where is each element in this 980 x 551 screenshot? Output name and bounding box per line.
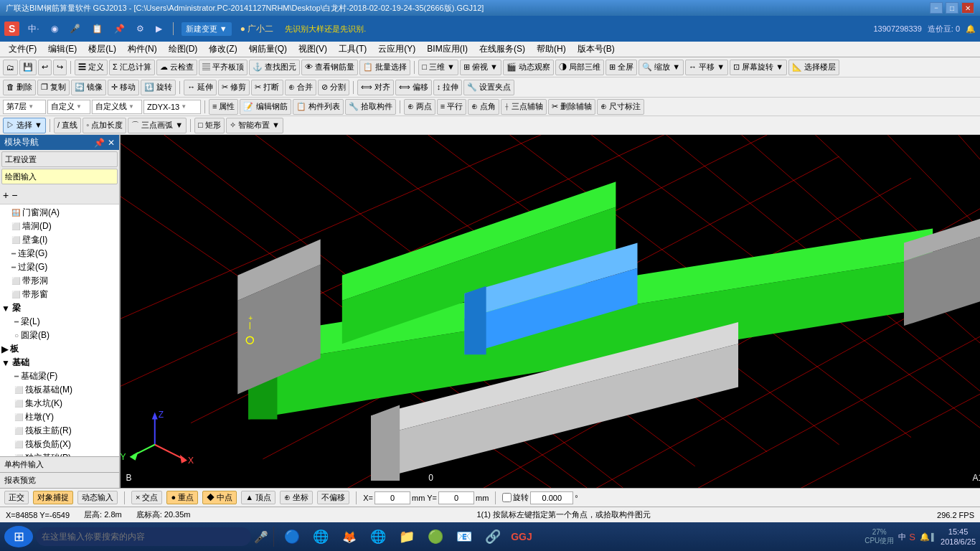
tree-item-wall-hole[interactable]: ⬜墙洞(D) bbox=[0, 220, 119, 233]
menu-online[interactable]: 在线服务(S) bbox=[473, 42, 531, 57]
topbar-icon2[interactable]: 🎤 bbox=[67, 22, 83, 35]
pan-btn[interactable]: ↔ 平移 ▼ bbox=[685, 60, 728, 75]
select-btn[interactable]: ▷ 选择 ▼ bbox=[3, 118, 46, 133]
floor-dropdown[interactable]: 第7层 bbox=[3, 100, 46, 114]
sum-btn[interactable]: Σ 汇总计算 bbox=[109, 60, 155, 75]
rotate-modify-btn[interactable]: 🔃 旋转 bbox=[141, 80, 176, 95]
tree-item-raft[interactable]: ⬜筏板基础(M) bbox=[0, 383, 119, 397]
minus-icon[interactable]: − bbox=[11, 189, 17, 201]
new-btn[interactable]: 🗂 bbox=[3, 60, 18, 75]
find-elem-btn[interactable]: ⚓ 查找图元 bbox=[249, 60, 300, 75]
tree-group-foundation[interactable]: ▼ 基础 bbox=[0, 356, 119, 369]
line-btn[interactable]: / 直线 bbox=[54, 118, 81, 133]
topbar-icon1[interactable]: ◉ bbox=[48, 22, 61, 35]
menu-version[interactable]: 版本号(B) bbox=[572, 42, 621, 57]
undo-btn[interactable]: ↩ bbox=[38, 60, 52, 75]
midpoint-btn[interactable]: ◆ 中点 bbox=[202, 491, 237, 504]
maximize-button[interactable]: □ bbox=[946, 2, 958, 14]
tree-item-beam[interactable]: ━梁(L) bbox=[0, 315, 119, 329]
dynamic-input-btn[interactable]: 动态输入 bbox=[77, 491, 118, 504]
add-icon[interactable]: + bbox=[3, 189, 9, 201]
notification-icon[interactable]: 🔔 bbox=[920, 532, 930, 542]
report-preview-btn[interactable]: 报表预览 bbox=[0, 472, 119, 488]
rotate-btn[interactable]: ⊡ 屏幕旋转 ▼ bbox=[730, 60, 787, 75]
sidebar-close-icon[interactable]: ✕ bbox=[108, 138, 115, 148]
smart-layout-btn[interactable]: ✧ 智能布置 ▼ bbox=[226, 118, 283, 133]
coord-btn[interactable]: ⊕ 坐标 bbox=[280, 491, 313, 504]
zdyx-dropdown[interactable]: 自定义线 bbox=[92, 100, 142, 114]
minimize-button[interactable]: － bbox=[930, 2, 943, 14]
taskbar-search[interactable] bbox=[36, 527, 251, 546]
no-offset-btn[interactable]: 不偏移 bbox=[317, 491, 349, 504]
three-point-aux-btn[interactable]: ⟊ 三点辅轴 bbox=[501, 99, 547, 115]
menu-tools[interactable]: 工具(T) bbox=[333, 42, 372, 57]
copy-btn[interactable]: ❐ 复制 bbox=[37, 80, 70, 95]
menu-draw[interactable]: 绘图(D) bbox=[163, 42, 204, 57]
cloud-check-btn[interactable]: ☁ 云检查 bbox=[156, 60, 197, 75]
new-change-btn[interactable]: 新建变更 ▼ bbox=[182, 22, 232, 36]
start-button[interactable]: ⊞ bbox=[4, 526, 33, 547]
comp-list-btn[interactable]: 📋 构件列表 bbox=[293, 99, 344, 115]
pick-comp-btn[interactable]: 🔧 拾取构件 bbox=[345, 99, 396, 115]
pin-icon[interactable]: 📌 bbox=[94, 138, 105, 148]
align-btn[interactable]: ⟺ 对齐 bbox=[357, 80, 394, 95]
tree-item-isol-found[interactable]: ⬜独立基础(P) bbox=[0, 451, 119, 456]
extend-btn[interactable]: ↔ 延伸 bbox=[184, 80, 217, 95]
tree-item-raft-main[interactable]: ⬜筏板主筋(R) bbox=[0, 424, 119, 438]
two-point-btn[interactable]: ⊕ 两点 bbox=[404, 99, 435, 115]
vertex-btn[interactable]: ▲ 顶点 bbox=[241, 491, 275, 504]
set-grip-btn[interactable]: 🔧 设置夹点 bbox=[463, 80, 514, 95]
define-btn[interactable]: ☰ 定义 bbox=[75, 60, 108, 75]
parallel-btn[interactable]: ≡ 平行 bbox=[437, 99, 466, 115]
menu-help[interactable]: 帮助(H) bbox=[531, 42, 572, 57]
show-desktop-btn[interactable]: ▌ bbox=[931, 533, 936, 541]
intersect-btn[interactable]: × 交点 bbox=[131, 491, 162, 504]
close-button[interactable]: ✕ bbox=[961, 2, 974, 14]
taskbar-app-ie2[interactable]: 🌐 bbox=[365, 526, 391, 547]
taskbar-app-ie[interactable]: 🔵 bbox=[279, 526, 305, 547]
taskbar-app-chrome[interactable]: 🌐 bbox=[308, 526, 334, 547]
redo-btn[interactable]: ↪ bbox=[53, 60, 67, 75]
topbar-icon6[interactable]: ▶ bbox=[153, 22, 165, 35]
delete-btn[interactable]: 🗑 删除 bbox=[3, 80, 36, 95]
tree-group-slab[interactable]: ▶ 板 bbox=[0, 342, 119, 356]
tree-group-beam[interactable]: ▼ 梁 bbox=[0, 301, 119, 315]
taskbar-app-file[interactable]: 📁 bbox=[394, 526, 420, 547]
menu-component[interactable]: 构件(N) bbox=[122, 42, 163, 57]
endpoint-btn[interactable]: ● 重点 bbox=[166, 491, 198, 504]
engineering-setup-btn[interactable]: 工程设置 bbox=[1, 151, 118, 167]
tree-item-col-cap[interactable]: ⬜柱墩(Y) bbox=[0, 410, 119, 424]
dynamic-obs-btn[interactable]: 🎬 动态观察 bbox=[503, 60, 554, 75]
tree-item-over-beam[interactable]: ━过梁(G) bbox=[0, 260, 119, 274]
taskbar-app-red[interactable]: GGJ bbox=[509, 526, 534, 547]
fullscreen-btn[interactable]: ⊞ 全屏 bbox=[606, 60, 637, 75]
arc-btn[interactable]: ⌒ 三点画弧 ▼ bbox=[128, 118, 187, 133]
menu-file[interactable]: 文件(F) bbox=[3, 42, 42, 57]
tree-item-round-beam[interactable]: ○圆梁(B) bbox=[0, 329, 119, 342]
drawing-input-btn[interactable]: 绘图输入 bbox=[1, 169, 118, 184]
local-3d-btn[interactable]: ◑ 局部三维 bbox=[555, 60, 604, 75]
batch-select-btn[interactable]: 📋 批量选择 bbox=[359, 60, 410, 75]
taskbar-app-gd[interactable]: 🟢 bbox=[423, 526, 448, 547]
topbar-menu-zhong[interactable]: 中· bbox=[25, 22, 42, 37]
tree-item-niche[interactable]: ⬜壁龛(I) bbox=[0, 233, 119, 247]
split-btn[interactable]: ⊘ 分割 bbox=[318, 80, 349, 95]
break-btn[interactable]: ✂ 打断 bbox=[251, 80, 283, 95]
menu-rebar-qty[interactable]: 钢筋量(Q) bbox=[243, 42, 293, 57]
save-btn[interactable]: 💾 bbox=[19, 60, 37, 75]
trim-btn[interactable]: ✂ 修剪 bbox=[218, 80, 250, 95]
canvas-area[interactable]: Z X Y A1 B 0 + bbox=[121, 135, 980, 488]
edit-rebar-btn[interactable]: 📝 编辑钢筋 bbox=[240, 99, 291, 115]
x-input[interactable] bbox=[374, 491, 410, 504]
sougou-icon[interactable]: S bbox=[909, 532, 915, 542]
topbar-icon4[interactable]: 📌 bbox=[111, 22, 128, 35]
single-comp-input-btn[interactable]: 单构件输入 bbox=[0, 456, 119, 472]
merge-btn[interactable]: ⊕ 合并 bbox=[285, 80, 316, 95]
tree-item-found-beam[interactable]: ━基础梁(F) bbox=[0, 369, 119, 383]
lang-indicator[interactable]: 中 bbox=[898, 532, 906, 542]
tree-item-window[interactable]: 🪟门窗洞(A) bbox=[0, 206, 119, 220]
tree-item-strip-win[interactable]: ⬜带形窗 bbox=[0, 288, 119, 301]
taskbar-app-link[interactable]: 🔗 bbox=[480, 526, 506, 547]
mic-icon[interactable]: 🎤 bbox=[254, 530, 268, 544]
tree-item-raft-neg[interactable]: ⬜筏板负筋(X) bbox=[0, 438, 119, 451]
